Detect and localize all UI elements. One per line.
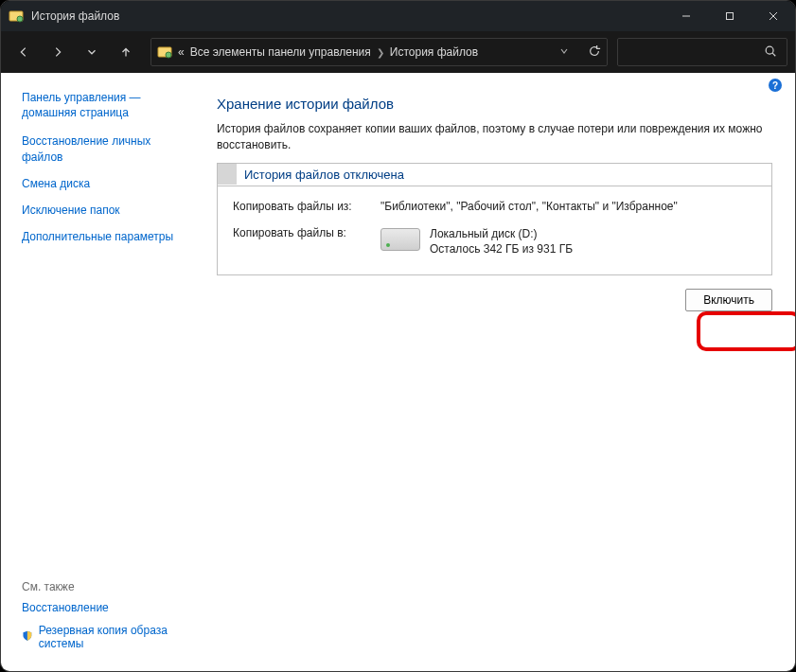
related-link-system-image[interactable]: Резервная копия образа системы <box>22 624 186 650</box>
recent-dropdown[interactable] <box>77 37 107 67</box>
svg-point-8 <box>766 46 773 54</box>
svg-point-1 <box>17 16 23 22</box>
search-icon <box>764 44 777 61</box>
related-link-recovery[interactable]: Восстановление <box>22 601 186 614</box>
refresh-button[interactable] <box>588 44 601 61</box>
page-subtitle: История файлов сохраняет копии ваших фай… <box>217 121 772 153</box>
status-box: История файлов отключена Копировать файл… <box>217 163 772 276</box>
breadcrumb-segment-2[interactable]: История файлов <box>390 45 478 59</box>
minimize-button[interactable] <box>664 1 708 31</box>
up-button[interactable] <box>111 37 141 67</box>
drive-name: Локальный диск (D:) <box>430 226 573 242</box>
sidebar-link-advanced[interactable]: Дополнительные параметры <box>22 229 186 244</box>
status-body: Копировать файлы из: "Библиотеки", "Рабо… <box>218 186 771 275</box>
breadcrumb-icon <box>157 44 172 60</box>
sidebar-home-link[interactable]: Панель управления — домашняя страница <box>22 90 186 120</box>
close-button[interactable] <box>752 1 795 31</box>
drive-text: Локальный диск (D:) Осталось 342 ГБ из 9… <box>430 226 573 258</box>
back-button[interactable] <box>9 37 39 67</box>
search-box[interactable] <box>617 38 787 66</box>
copy-from-label: Копировать файлы из: <box>233 200 380 213</box>
toolbar: « Все элементы панели управления ❯ Истор… <box>1 31 795 73</box>
sidebar-link-change-drive[interactable]: Смена диска <box>22 176 186 191</box>
page-heading: Хранение истории файлов <box>217 96 772 112</box>
app-icon <box>9 9 24 24</box>
window-controls <box>664 1 795 31</box>
titlebar: История файлов <box>1 1 795 31</box>
window: История файлов « Все элементы панели упр… <box>0 0 796 672</box>
status-header: История файлов отключена <box>218 164 771 186</box>
forward-button[interactable] <box>43 37 73 67</box>
copy-from-row: Копировать файлы из: "Библиотеки", "Рабо… <box>233 200 756 213</box>
action-row: Включить <box>217 289 772 311</box>
content-area: ? Панель управления — домашняя страница … <box>1 73 795 671</box>
drive-icon <box>380 228 420 251</box>
status-square-icon <box>218 164 237 185</box>
chevron-right-icon: ❯ <box>377 47 384 58</box>
copy-from-value: "Библиотеки", "Рабочий стол", "Контакты"… <box>380 200 756 213</box>
copy-to-value: Локальный диск (D:) Осталось 342 ГБ из 9… <box>380 226 756 258</box>
breadcrumb-dropdown[interactable] <box>559 45 569 59</box>
breadcrumb-prefix: « <box>178 45 185 59</box>
drive-space: Осталось 342 ГБ из 931 ГБ <box>430 241 573 257</box>
sidebar-link-restore[interactable]: Восстановление личных файлов <box>22 133 186 164</box>
main-panel: Хранение истории файлов История файлов с… <box>194 73 795 671</box>
enable-button[interactable]: Включить <box>685 289 772 311</box>
sidebar: Панель управления — домашняя страница Во… <box>1 73 194 671</box>
breadcrumb-segment-1[interactable]: Все элементы панели управления <box>190 45 371 59</box>
shield-icon <box>22 630 33 644</box>
breadcrumb[interactable]: « Все элементы панели управления ❯ Истор… <box>150 38 608 66</box>
svg-rect-3 <box>727 13 734 20</box>
tutorial-highlight <box>697 311 796 351</box>
maximize-button[interactable] <box>708 1 752 31</box>
window-title: История файлов <box>31 9 664 23</box>
status-title: История файлов отключена <box>237 164 412 186</box>
copy-to-label: Копировать файлы в: <box>233 226 380 258</box>
svg-line-9 <box>772 53 775 56</box>
svg-point-7 <box>166 52 171 58</box>
related-title: См. также <box>22 580 186 593</box>
sidebar-link-exclude[interactable]: Исключение папок <box>22 203 186 218</box>
copy-to-row: Копировать файлы в: Локальный диск (D:) … <box>233 226 756 258</box>
